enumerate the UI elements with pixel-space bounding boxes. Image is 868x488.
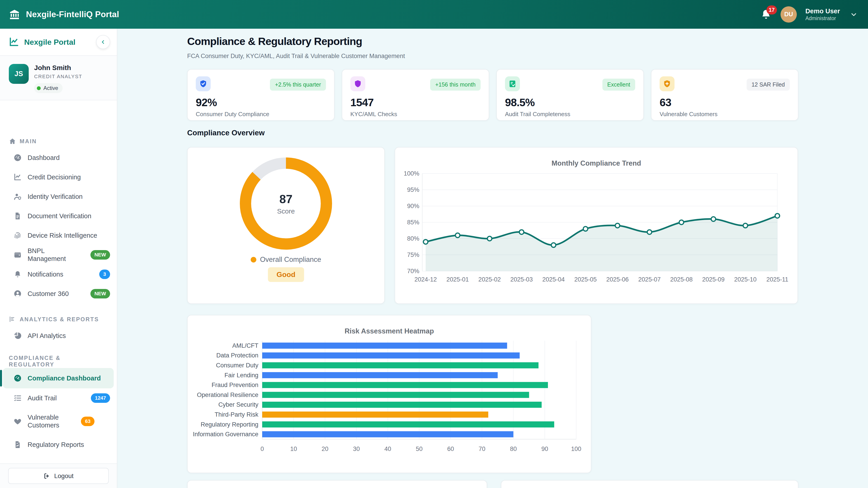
sidebar-item-label: Dashboard: [28, 154, 110, 162]
svg-text:2025-07: 2025-07: [638, 276, 661, 283]
stat-value: 92%: [196, 96, 217, 109]
status-dot: [37, 86, 41, 90]
sidebar-item-audit-trail[interactable]: Audit Trail1247: [0, 388, 117, 408]
svg-text:Information Governance: Information Governance: [193, 431, 258, 437]
sidebar-nav: MAINDashboardCredit DecisioningIdentity …: [0, 128, 117, 464]
stat-label: KYC/AML Checks: [350, 111, 397, 118]
sidebar-item-customer-360[interactable]: Customer 360NEW: [0, 284, 117, 303]
sidebar-item-notifications[interactable]: Notifications3: [0, 265, 117, 284]
sidebar-item-api-analytics[interactable]: API Analytics: [0, 326, 117, 346]
svg-text:30: 30: [353, 446, 360, 452]
donut-legend: Overall Compliance: [188, 256, 384, 264]
donut-chart-svg: 87Score: [188, 148, 384, 254]
profile-status-badge: Active: [34, 83, 63, 93]
svg-text:2025-05: 2025-05: [575, 276, 597, 283]
sidebar: Nexgile Portal JS John Smith CREDIT ANAL…: [0, 29, 117, 488]
user-avatar[interactable]: DU: [780, 6, 797, 23]
notifications-button[interactable]: 17: [760, 8, 772, 20]
logout-button[interactable]: Logout: [8, 468, 109, 484]
user-role: Administrator: [805, 15, 840, 22]
user-name: Demo User: [805, 7, 840, 15]
clipboard-check-icon: [508, 79, 517, 88]
stat-icon-bg: [659, 76, 675, 91]
compliance-status-badge: Good: [268, 267, 304, 282]
stat-label: Consumer Duty Compliance: [196, 111, 269, 118]
sidebar-item-document-verification[interactable]: Document Verification: [0, 206, 117, 226]
sidebar-item-dashboard[interactable]: Dashboard: [0, 148, 117, 167]
app-root: Nexgile-FintelliQ Portal 17 DU Demo User…: [0, 0, 868, 488]
sidebar-item-label: Device Risk Intelligence: [28, 232, 110, 239]
profile-role: CREDIT ANALYST: [34, 74, 82, 79]
sidebar-item-label: BNPL Management: [28, 247, 85, 263]
svg-text:87: 87: [279, 193, 292, 205]
sidebar-item-compliance-dashboard[interactable]: Compliance Dashboard: [3, 368, 114, 388]
nav-section-gap: [0, 454, 117, 463]
bank-icon: [9, 9, 20, 20]
file-text-icon: [13, 212, 22, 220]
profile-avatar: JS: [9, 64, 29, 84]
chevron-down-icon[interactable]: [850, 11, 858, 18]
sidebar-item-label: Vulnerable Customers: [28, 414, 75, 429]
svg-text:Fraud Prevention: Fraud Prevention: [212, 382, 258, 388]
monthly-trend-card: Monthly Compliance Trend 70%75%80%85%90%…: [395, 147, 798, 304]
svg-text:2025-11: 2025-11: [766, 276, 788, 283]
active-indicator: [0, 370, 2, 387]
svg-text:90: 90: [541, 446, 548, 452]
sidebar-logo-row: Nexgile Portal: [0, 29, 117, 56]
partial-card-left: [187, 480, 487, 488]
sidebar-footer: Logout: [0, 463, 117, 488]
top-bar: Nexgile-FintelliQ Portal 17 DU Demo User…: [0, 0, 868, 29]
stat-label: Audit Trail Completeness: [505, 111, 570, 118]
stat-card-consumer-duty-compliance: +2.5% this quarter92%Consumer Duty Compl…: [187, 69, 335, 121]
sidebar-item-bnpl-management[interactable]: BNPL ManagementNEW: [0, 245, 117, 265]
svg-text:2025-04: 2025-04: [542, 276, 565, 283]
app-title: Nexgile-FintelliQ Portal: [26, 10, 119, 19]
sidebar-item-label: Notifications: [28, 270, 93, 278]
stat-trend-badge: 12 SAR Filed: [747, 78, 790, 91]
svg-text:40: 40: [384, 446, 391, 452]
sidebar-item-credit-decisioning[interactable]: Credit Decisioning: [0, 167, 117, 187]
sidebar-item-label: Identity Verification: [28, 193, 110, 201]
svg-text:75%: 75%: [407, 252, 419, 258]
sidebar-item-label: Regulatory Reports: [28, 441, 110, 449]
line-chart-svg: 70%75%80%85%90%95%100%2024-122025-012025…: [395, 148, 798, 303]
stat-icon-bg: [505, 76, 520, 91]
svg-text:10: 10: [290, 446, 297, 452]
svg-text:2025-08: 2025-08: [670, 276, 692, 283]
section-title: Compliance Overview: [187, 129, 265, 137]
stat-card-vulnerable-customers: 12 SAR Filed63Vulnerable Customers: [651, 69, 798, 121]
nav-section-header-analytics-reports: ANALYTICS & REPORTS: [0, 313, 117, 326]
stat-icon-bg: [196, 76, 211, 91]
stats-row: +2.5% this quarter92%Consumer Duty Compl…: [187, 69, 798, 121]
notification-count-badge: 17: [767, 5, 777, 14]
sidebar-item-identity-verification[interactable]: Identity Verification: [0, 187, 117, 206]
svg-text:Score: Score: [277, 207, 295, 215]
stat-icon-bg: [350, 76, 365, 91]
stat-value: 63: [659, 96, 671, 109]
chevron-left-icon: [100, 39, 106, 45]
stat-trend-badge: +156 this month: [430, 78, 480, 91]
sidebar-item-device-risk-intelligence[interactable]: Device Risk Intelligence: [0, 226, 117, 245]
bar-chart-svg: 0102030405060708090100AML/CFTData Protec…: [188, 315, 591, 473]
heart-icon: [13, 417, 22, 425]
stat-label: Vulnerable Customers: [659, 111, 717, 118]
sidebar-item-label: API Analytics: [28, 332, 110, 340]
sidebar-collapse-button[interactable]: [96, 35, 110, 49]
stat-card-audit-trail-completeness: Excellent98.5%Audit Trail Completeness: [496, 69, 644, 121]
sidebar-item-label: Document Verification: [28, 212, 110, 220]
svg-text:Cyber Security: Cyber Security: [218, 401, 258, 408]
nav-section-header-main: MAIN: [0, 134, 117, 148]
svg-text:2025-10: 2025-10: [734, 276, 756, 283]
sidebar-item-vulnerable-customers[interactable]: Vulnerable Customers63: [0, 408, 117, 435]
nav-section-header-compliance-regulatory: COMPLIANCE & REGULATORY: [0, 355, 117, 368]
sidebar-item-label: Audit Trail: [28, 394, 85, 402]
chart-line-icon: [13, 173, 22, 181]
stat-value: 98.5%: [505, 96, 535, 109]
topbar-right: 17 DU Demo User Administrator: [760, 0, 858, 29]
partial-card-right: [501, 480, 798, 488]
legend-label: Overall Compliance: [260, 256, 321, 264]
svg-text:80%: 80%: [407, 235, 419, 242]
shield-check-icon: [199, 79, 208, 88]
legend-dot: [251, 257, 256, 263]
sidebar-item-regulatory-reports[interactable]: Regulatory Reports: [0, 435, 117, 454]
